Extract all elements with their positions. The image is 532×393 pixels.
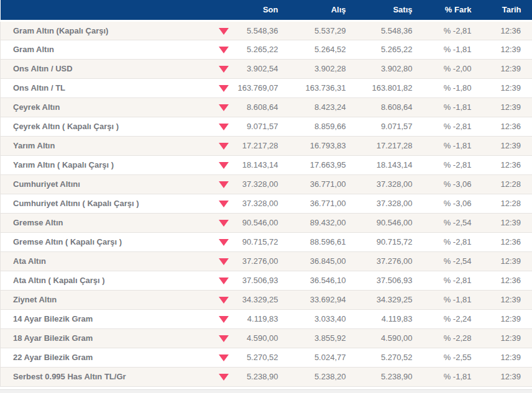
instrument-name[interactable]: Ata Altın ( Kapalı Çarşı ) xyxy=(1,271,212,290)
instrument-name[interactable]: Gremse Altın xyxy=(1,213,212,232)
percent-change: % -2,81 xyxy=(418,117,477,136)
sell-price: 90.715,72 xyxy=(351,232,418,251)
instrument-name[interactable]: Çeyrek Altın ( Kapalı Çarşı ) xyxy=(1,117,212,136)
sell-price: 90.546,00 xyxy=(351,213,418,232)
table-row[interactable]: Çeyrek Altın 8.608,64 8.423,24 8.608,64 … xyxy=(1,97,532,117)
buy-price: 36.845,00 xyxy=(283,251,351,271)
percent-change: % -1,81 xyxy=(418,367,477,386)
trend-cell xyxy=(212,97,236,117)
table-header: Son Alış Satış % Fark Tarih xyxy=(1,0,532,20)
trend-cell xyxy=(212,40,236,59)
instrument-name[interactable]: Cumhuriyet Altını xyxy=(1,174,212,194)
instrument-name[interactable]: Çeyrek Altın xyxy=(1,97,212,117)
header-name-spacer xyxy=(1,0,236,20)
buy-price: 3.855,92 xyxy=(283,328,351,348)
sell-price: 4.119,83 xyxy=(351,309,418,328)
buy-price: 3.033,40 xyxy=(283,309,351,328)
update-time: 12:39 xyxy=(477,367,532,386)
percent-change: % -1,81 xyxy=(418,290,477,309)
table-row[interactable]: Ata Altın ( Kapalı Çarşı ) 37.506,93 36.… xyxy=(1,271,532,290)
instrument-name[interactable]: Ziynet Altın xyxy=(1,290,212,309)
trend-cell xyxy=(212,271,236,290)
percent-change: % -2,24 xyxy=(418,309,477,328)
sell-price: 37.328,00 xyxy=(351,194,418,213)
sell-price: 8.608,64 xyxy=(351,97,418,117)
trend-cell xyxy=(212,155,236,174)
sell-price: 5.270,52 xyxy=(351,348,418,367)
table-row[interactable]: Çeyrek Altın ( Kapalı Çarşı ) 9.071,57 8… xyxy=(1,117,532,136)
trend-cell xyxy=(212,348,236,367)
buy-price: 163.736,31 xyxy=(283,78,351,97)
table-row[interactable]: Ons Altın / TL 163.769,07 163.736,31 163… xyxy=(1,78,532,97)
table-row[interactable]: Yarım Altın 17.217,28 16.793,83 17.217,2… xyxy=(1,136,532,155)
buy-price: 5.537,29 xyxy=(283,20,351,40)
instrument-name[interactable]: Gram Altın (Kapalı Çarşı) xyxy=(1,20,212,40)
last-price: 163.769,07 xyxy=(236,78,283,97)
percent-change: % -2,81 xyxy=(418,271,477,290)
sell-price: 17.217,28 xyxy=(351,136,418,155)
percent-change: % -2,54 xyxy=(418,251,477,271)
down-triangle-icon xyxy=(219,104,229,111)
trend-cell xyxy=(212,309,236,328)
buy-price: 5.264,52 xyxy=(283,40,351,59)
percent-change: % -1,81 xyxy=(418,136,477,155)
table-row[interactable]: 14 Ayar Bilezik Gram 4.119,83 3.033,40 4… xyxy=(1,309,532,328)
update-time: 12:39 xyxy=(477,97,532,117)
column-header-tarih: Tarih xyxy=(477,0,532,20)
table-row[interactable]: Gremse Altın 90.546,00 89.432,00 90.546,… xyxy=(1,213,532,232)
table-row[interactable]: Yarım Altın ( Kapalı Çarşı ) 18.143,14 1… xyxy=(1,155,532,174)
table-row[interactable]: Cumhuriyet Altını 37.328,00 36.771,00 37… xyxy=(1,174,532,194)
last-price: 34.329,25 xyxy=(236,290,283,309)
table-row[interactable]: Cumhuriyet Altını ( Kapalı Çarşı ) 37.32… xyxy=(1,194,532,213)
instrument-name[interactable]: 22 Ayar Bilezik Gram xyxy=(1,348,212,367)
trend-cell xyxy=(212,136,236,155)
update-time: 12:28 xyxy=(477,194,532,213)
update-time: 12:36 xyxy=(477,155,532,174)
down-triangle-icon xyxy=(219,316,229,323)
bottom-strip xyxy=(0,389,532,393)
instrument-name[interactable]: Ons Altın / USD xyxy=(1,59,212,78)
table-row[interactable]: Gremse Altın ( Kapalı Çarşı ) 90.715,72 … xyxy=(1,232,532,251)
instrument-name[interactable]: 14 Ayar Bilezik Gram xyxy=(1,309,212,328)
sell-price: 5.548,36 xyxy=(351,20,418,40)
table-row[interactable]: Serbest 0.995 Has Altın TL/Gr 5.238,90 5… xyxy=(1,367,532,386)
table-row[interactable]: Gram Altın (Kapalı Çarşı) 5.548,36 5.537… xyxy=(1,20,532,40)
down-triangle-icon xyxy=(219,28,229,35)
last-price: 37.276,00 xyxy=(236,251,283,271)
percent-change: % -2,00 xyxy=(418,59,477,78)
trend-cell xyxy=(212,213,236,232)
down-triangle-icon xyxy=(219,47,229,53)
instrument-name[interactable]: Gremse Altın ( Kapalı Çarşı ) xyxy=(1,232,212,251)
last-price: 17.217,28 xyxy=(236,136,283,155)
update-time: 12:36 xyxy=(477,117,532,136)
trend-cell xyxy=(212,117,236,136)
column-header-fark: % Fark xyxy=(418,0,477,20)
table-row[interactable]: Ons Altın / USD 3.902,54 3.902,28 3.902,… xyxy=(1,59,532,78)
sell-price: 163.801,82 xyxy=(351,78,418,97)
percent-change: % -1,81 xyxy=(418,97,477,117)
trend-cell xyxy=(212,20,236,40)
sell-price: 18.143,14 xyxy=(351,155,418,174)
table-row[interactable]: Ziynet Altın 34.329,25 33.692,94 34.329,… xyxy=(1,290,532,309)
table-row[interactable]: 22 Ayar Bilezik Gram 5.270,52 5.024,77 5… xyxy=(1,348,532,367)
instrument-name[interactable]: Yarım Altın ( Kapalı Çarşı ) xyxy=(1,155,212,174)
instrument-name[interactable]: Yarım Altın xyxy=(1,136,212,155)
table-row[interactable]: 18 Ayar Bilezik Gram 4.590,00 3.855,92 4… xyxy=(1,328,532,348)
instrument-name[interactable]: Gram Altın xyxy=(1,40,212,59)
update-time: 12:39 xyxy=(477,348,532,367)
table-row[interactable]: Gram Altın 5.265,22 5.264,52 5.265,22 % … xyxy=(1,40,532,59)
instrument-name[interactable]: Cumhuriyet Altını ( Kapalı Çarşı ) xyxy=(1,194,212,213)
last-price: 4.119,83 xyxy=(236,309,283,328)
last-price: 5.548,36 xyxy=(236,20,283,40)
table-row[interactable]: Ata Altın 37.276,00 36.845,00 37.276,00 … xyxy=(1,251,532,271)
instrument-name[interactable]: 18 Ayar Bilezik Gram xyxy=(1,328,212,348)
instrument-name[interactable]: Serbest 0.995 Has Altın TL/Gr xyxy=(1,367,212,386)
gold-rates-table: Son Alış Satış % Fark Tarih Gram Altın (… xyxy=(0,0,532,387)
down-triangle-icon xyxy=(219,278,229,284)
instrument-name[interactable]: Ata Altın xyxy=(1,251,212,271)
down-triangle-icon xyxy=(219,66,229,73)
down-triangle-icon xyxy=(219,124,229,130)
table-body: Gram Altın (Kapalı Çarşı) 5.548,36 5.537… xyxy=(1,20,532,386)
buy-price: 36.546,10 xyxy=(283,271,351,290)
instrument-name[interactable]: Ons Altın / TL xyxy=(1,78,212,97)
